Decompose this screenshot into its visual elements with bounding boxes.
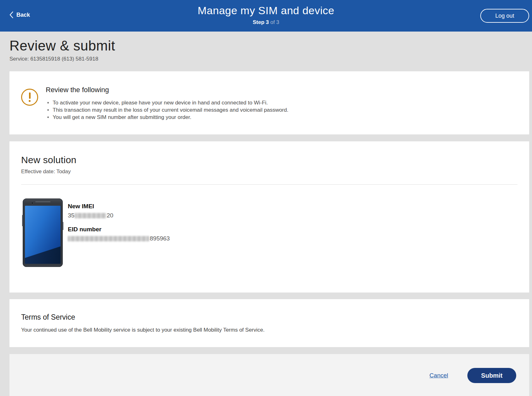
page-header-title: Manage my SIM and device xyxy=(0,4,532,17)
cancel-button[interactable]: Cancel xyxy=(430,372,448,379)
action-bar: Cancel Submit xyxy=(9,354,529,396)
review-notice-content: Review the following To activate your ne… xyxy=(46,86,288,134)
device-info: New IMEI 35 20 EID number 895963 xyxy=(68,198,170,267)
imei-value: 35 20 xyxy=(68,212,170,219)
step-current: Step 3 xyxy=(253,19,269,25)
logout-button[interactable]: Log out xyxy=(480,9,529,23)
terms-heading: Terms of Service xyxy=(21,313,517,322)
eid-block: EID number 895963 xyxy=(68,226,170,242)
step-total: of 3 xyxy=(269,19,279,25)
imei-redacted-region xyxy=(75,213,106,218)
warning-exclamation-icon xyxy=(21,89,38,106)
eid-redacted-region xyxy=(68,236,149,241)
new-solution-card: New solution Effective date: Today New I… xyxy=(9,141,529,293)
section-divider xyxy=(21,184,517,185)
service-number-line: Service: 6135815918 (613) 581-5918 xyxy=(9,56,529,62)
submit-button[interactable]: Submit xyxy=(467,368,516,383)
terms-card: Terms of Service Your continued use of t… xyxy=(9,299,529,347)
notice-bullet: To activate your new device, please have… xyxy=(53,99,288,106)
effective-date: Effective date: Today xyxy=(21,168,517,175)
phone-screen xyxy=(25,206,61,264)
eid-visible-suffix: 895963 xyxy=(150,235,170,242)
page-title: Review & submit xyxy=(9,38,529,54)
device-row: New IMEI 35 20 EID number 895963 xyxy=(21,198,517,267)
new-solution-heading: New solution xyxy=(21,155,517,165)
imei-label: New IMEI xyxy=(68,203,170,210)
phone-side-button xyxy=(22,215,23,226)
eid-value: 895963 xyxy=(68,235,170,242)
main-content: Review & submit Service: 6135815918 (613… xyxy=(9,38,529,396)
review-notice-card: Review the following To activate your ne… xyxy=(9,71,529,134)
imei-visible-prefix: 35 xyxy=(68,212,74,219)
terms-body: Your continued use of the Bell Mobility … xyxy=(21,327,517,333)
notice-bullet: You will get a new SIM number after subm… xyxy=(53,114,288,121)
eid-label: EID number xyxy=(68,226,170,233)
review-notice-list: To activate your new device, please have… xyxy=(46,99,288,121)
header-center: Manage my SIM and device Step 3 of 3 xyxy=(0,4,532,26)
phone-camera-detail xyxy=(32,202,33,204)
phone-side-button xyxy=(62,222,63,230)
phone-image xyxy=(23,198,63,267)
imei-visible-suffix: 20 xyxy=(107,212,113,219)
step-indicator: Step 3 of 3 xyxy=(0,19,532,26)
notice-bullet: This transaction may result in the loss … xyxy=(53,106,288,114)
review-notice-heading: Review the following xyxy=(46,86,288,94)
app-header: Back Manage my SIM and device Step 3 of … xyxy=(0,0,532,32)
phone-speaker-detail xyxy=(35,201,50,202)
